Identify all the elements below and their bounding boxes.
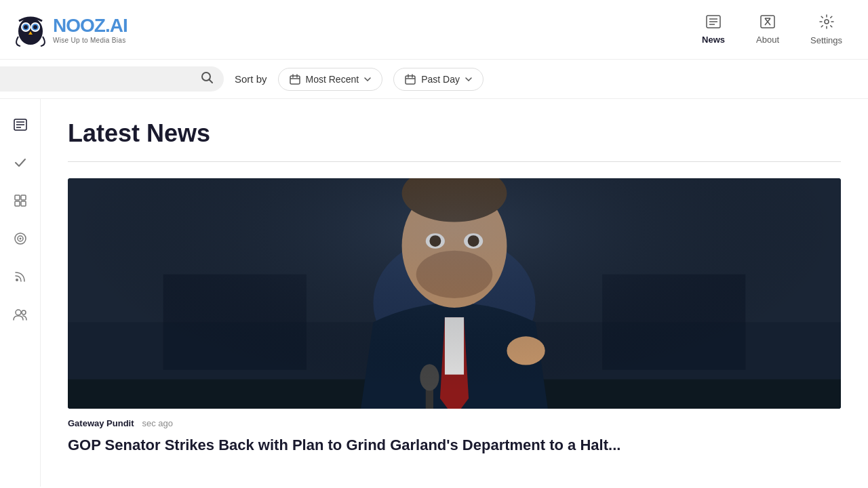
- svg-point-5: [24, 25, 28, 29]
- article-time: sec ago: [142, 418, 174, 428]
- nav-about-label: About: [756, 35, 779, 45]
- nav-settings[interactable]: Settings: [798, 7, 854, 52]
- logo-tagline: Wise Up to Media Bias: [53, 37, 127, 44]
- sidebar-item-check[interactable]: [8, 150, 33, 175]
- search-icon[interactable]: [201, 72, 213, 86]
- sidebar-item-newsfeed[interactable]: [8, 113, 33, 137]
- article-title[interactable]: GOP Senator Strikes Back with Plan to Gr…: [68, 435, 841, 455]
- search-input[interactable]: [0, 74, 195, 85]
- header: NOOZ.AI Wise Up to Media Bias News About…: [0, 0, 868, 60]
- sort-most-recent-button[interactable]: Most Recent: [278, 68, 383, 91]
- toolbar: Sort by Most Recent Past Day: [0, 60, 868, 99]
- svg-rect-33: [15, 201, 20, 206]
- logo-text: NOOZ.AI Wise Up to Media Bias: [53, 15, 127, 44]
- about-nav-icon: [760, 15, 775, 32]
- sidebar-item-bias[interactable]: [8, 226, 33, 251]
- section-title: Latest News: [68, 119, 841, 148]
- nav-settings-label: Settings: [810, 35, 842, 45]
- article-image-bg: [68, 178, 841, 409]
- svg-rect-23: [406, 76, 415, 84]
- section-divider: [68, 161, 841, 162]
- settings-nav-icon: [819, 14, 834, 33]
- time-calendar-icon: [405, 74, 416, 85]
- svg-point-39: [16, 310, 21, 315]
- svg-point-13: [825, 20, 829, 24]
- sidebar-item-rss[interactable]: [8, 264, 33, 289]
- news-nav-icon: [706, 15, 721, 32]
- time-button-label: Past Day: [421, 74, 460, 85]
- sidebar-item-users[interactable]: [8, 302, 33, 327]
- nav-news[interactable]: News: [690, 8, 737, 52]
- article-source: Gateway Pundit: [68, 418, 134, 428]
- sort-label: Sort by: [235, 73, 267, 85]
- article-svg-illustration: [68, 178, 841, 409]
- sidebar-item-grid[interactable]: [8, 188, 33, 213]
- sort-button-label: Most Recent: [306, 74, 359, 85]
- svg-line-18: [210, 80, 213, 83]
- time-filter-button[interactable]: Past Day: [393, 68, 484, 91]
- nav-news-label: News: [702, 35, 725, 45]
- svg-rect-19: [290, 76, 300, 84]
- svg-point-37: [19, 238, 21, 240]
- nav-bar: News About Settings: [690, 7, 854, 52]
- sidebar: [0, 99, 41, 487]
- svg-rect-32: [21, 195, 26, 200]
- svg-point-38: [16, 279, 18, 281]
- svg-point-6: [33, 25, 37, 29]
- calendar-icon: [290, 74, 300, 85]
- search-box: [0, 66, 224, 92]
- logo-name: NOOZ.AI: [53, 15, 127, 37]
- nav-about[interactable]: About: [744, 8, 791, 52]
- svg-rect-31: [15, 195, 20, 200]
- svg-point-40: [22, 310, 26, 314]
- article-meta: Gateway Pundit sec ago: [68, 418, 841, 428]
- article-image[interactable]: [68, 178, 841, 409]
- svg-rect-34: [21, 201, 26, 206]
- main-layout: Latest News: [0, 99, 868, 487]
- owl-icon: [14, 11, 47, 48]
- logo[interactable]: NOOZ.AI Wise Up to Media Bias: [14, 11, 127, 48]
- time-chevron-icon: [465, 77, 472, 81]
- sort-chevron-icon: [364, 77, 371, 81]
- svg-rect-58: [68, 178, 841, 409]
- content-area: Latest News: [41, 99, 868, 487]
